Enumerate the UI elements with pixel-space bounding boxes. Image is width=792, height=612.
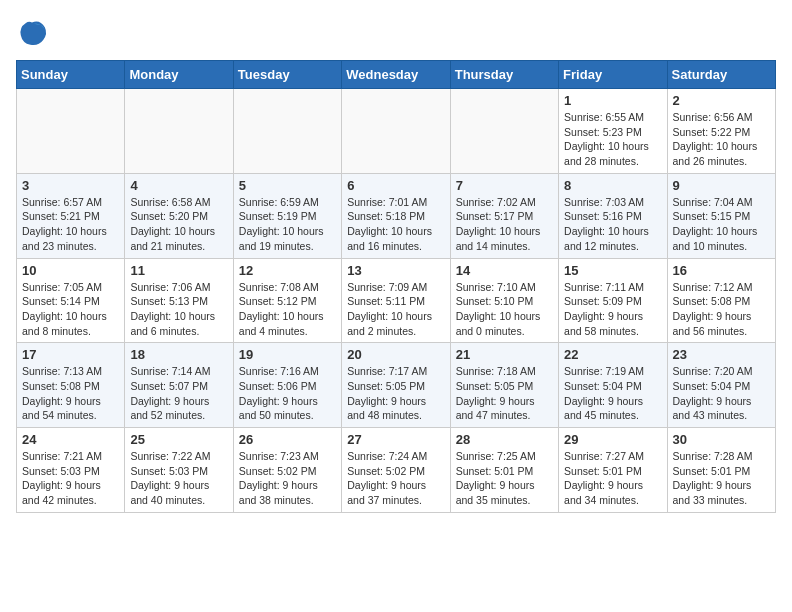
day-info: Sunrise: 7:16 AMSunset: 5:06 PMDaylight:… [239,364,336,423]
day-number: 22 [564,347,661,362]
calendar-cell: 24Sunrise: 7:21 AMSunset: 5:03 PMDayligh… [17,428,125,513]
logo-icon [16,16,48,48]
day-number: 11 [130,263,227,278]
day-info: Sunrise: 7:17 AMSunset: 5:05 PMDaylight:… [347,364,444,423]
day-info: Sunrise: 7:11 AMSunset: 5:09 PMDaylight:… [564,280,661,339]
day-number: 9 [673,178,770,193]
day-info: Sunrise: 7:02 AMSunset: 5:17 PMDaylight:… [456,195,553,254]
day-info: Sunrise: 7:24 AMSunset: 5:02 PMDaylight:… [347,449,444,508]
calendar-cell: 27Sunrise: 7:24 AMSunset: 5:02 PMDayligh… [342,428,450,513]
calendar-cell: 18Sunrise: 7:14 AMSunset: 5:07 PMDayligh… [125,343,233,428]
calendar-cell: 28Sunrise: 7:25 AMSunset: 5:01 PMDayligh… [450,428,558,513]
calendar-cell: 30Sunrise: 7:28 AMSunset: 5:01 PMDayligh… [667,428,775,513]
day-number: 3 [22,178,119,193]
header-saturday: Saturday [667,61,775,89]
calendar-cell: 29Sunrise: 7:27 AMSunset: 5:01 PMDayligh… [559,428,667,513]
day-number: 1 [564,93,661,108]
calendar-cell: 1Sunrise: 6:55 AMSunset: 5:23 PMDaylight… [559,89,667,174]
day-info: Sunrise: 7:10 AMSunset: 5:10 PMDaylight:… [456,280,553,339]
calendar-cell: 16Sunrise: 7:12 AMSunset: 5:08 PMDayligh… [667,258,775,343]
calendar-week-row: 3Sunrise: 6:57 AMSunset: 5:21 PMDaylight… [17,173,776,258]
calendar-cell: 6Sunrise: 7:01 AMSunset: 5:18 PMDaylight… [342,173,450,258]
calendar-cell: 10Sunrise: 7:05 AMSunset: 5:14 PMDayligh… [17,258,125,343]
calendar-cell: 23Sunrise: 7:20 AMSunset: 5:04 PMDayligh… [667,343,775,428]
day-number: 4 [130,178,227,193]
calendar-cell: 8Sunrise: 7:03 AMSunset: 5:16 PMDaylight… [559,173,667,258]
header-tuesday: Tuesday [233,61,341,89]
header-wednesday: Wednesday [342,61,450,89]
calendar-cell [125,89,233,174]
day-number: 8 [564,178,661,193]
day-info: Sunrise: 7:01 AMSunset: 5:18 PMDaylight:… [347,195,444,254]
calendar-cell: 20Sunrise: 7:17 AMSunset: 5:05 PMDayligh… [342,343,450,428]
day-number: 21 [456,347,553,362]
calendar-cell [450,89,558,174]
header-friday: Friday [559,61,667,89]
calendar-cell: 9Sunrise: 7:04 AMSunset: 5:15 PMDaylight… [667,173,775,258]
calendar-header-row: SundayMondayTuesdayWednesdayThursdayFrid… [17,61,776,89]
calendar: SundayMondayTuesdayWednesdayThursdayFrid… [16,60,776,513]
calendar-cell [17,89,125,174]
day-number: 27 [347,432,444,447]
calendar-cell: 11Sunrise: 7:06 AMSunset: 5:13 PMDayligh… [125,258,233,343]
calendar-cell [342,89,450,174]
day-number: 20 [347,347,444,362]
calendar-cell: 15Sunrise: 7:11 AMSunset: 5:09 PMDayligh… [559,258,667,343]
calendar-cell [233,89,341,174]
logo [16,16,52,48]
calendar-cell: 3Sunrise: 6:57 AMSunset: 5:21 PMDaylight… [17,173,125,258]
calendar-cell: 22Sunrise: 7:19 AMSunset: 5:04 PMDayligh… [559,343,667,428]
day-info: Sunrise: 7:05 AMSunset: 5:14 PMDaylight:… [22,280,119,339]
page-header [16,16,776,48]
calendar-cell: 13Sunrise: 7:09 AMSunset: 5:11 PMDayligh… [342,258,450,343]
day-number: 25 [130,432,227,447]
day-info: Sunrise: 7:25 AMSunset: 5:01 PMDaylight:… [456,449,553,508]
day-info: Sunrise: 7:21 AMSunset: 5:03 PMDaylight:… [22,449,119,508]
day-info: Sunrise: 7:08 AMSunset: 5:12 PMDaylight:… [239,280,336,339]
calendar-cell: 26Sunrise: 7:23 AMSunset: 5:02 PMDayligh… [233,428,341,513]
day-number: 18 [130,347,227,362]
day-number: 10 [22,263,119,278]
day-info: Sunrise: 6:56 AMSunset: 5:22 PMDaylight:… [673,110,770,169]
calendar-week-row: 24Sunrise: 7:21 AMSunset: 5:03 PMDayligh… [17,428,776,513]
day-info: Sunrise: 7:12 AMSunset: 5:08 PMDaylight:… [673,280,770,339]
calendar-cell: 21Sunrise: 7:18 AMSunset: 5:05 PMDayligh… [450,343,558,428]
day-number: 24 [22,432,119,447]
day-number: 19 [239,347,336,362]
calendar-cell: 14Sunrise: 7:10 AMSunset: 5:10 PMDayligh… [450,258,558,343]
day-info: Sunrise: 7:22 AMSunset: 5:03 PMDaylight:… [130,449,227,508]
day-number: 17 [22,347,119,362]
day-info: Sunrise: 6:59 AMSunset: 5:19 PMDaylight:… [239,195,336,254]
day-info: Sunrise: 7:18 AMSunset: 5:05 PMDaylight:… [456,364,553,423]
header-sunday: Sunday [17,61,125,89]
day-info: Sunrise: 7:23 AMSunset: 5:02 PMDaylight:… [239,449,336,508]
calendar-cell: 25Sunrise: 7:22 AMSunset: 5:03 PMDayligh… [125,428,233,513]
day-info: Sunrise: 7:14 AMSunset: 5:07 PMDaylight:… [130,364,227,423]
calendar-cell: 19Sunrise: 7:16 AMSunset: 5:06 PMDayligh… [233,343,341,428]
day-info: Sunrise: 7:20 AMSunset: 5:04 PMDaylight:… [673,364,770,423]
day-info: Sunrise: 7:28 AMSunset: 5:01 PMDaylight:… [673,449,770,508]
calendar-week-row: 1Sunrise: 6:55 AMSunset: 5:23 PMDaylight… [17,89,776,174]
day-number: 15 [564,263,661,278]
day-info: Sunrise: 7:27 AMSunset: 5:01 PMDaylight:… [564,449,661,508]
calendar-cell: 4Sunrise: 6:58 AMSunset: 5:20 PMDaylight… [125,173,233,258]
header-monday: Monday [125,61,233,89]
day-number: 2 [673,93,770,108]
day-info: Sunrise: 6:57 AMSunset: 5:21 PMDaylight:… [22,195,119,254]
day-number: 14 [456,263,553,278]
calendar-week-row: 10Sunrise: 7:05 AMSunset: 5:14 PMDayligh… [17,258,776,343]
day-info: Sunrise: 7:03 AMSunset: 5:16 PMDaylight:… [564,195,661,254]
day-number: 6 [347,178,444,193]
calendar-cell: 17Sunrise: 7:13 AMSunset: 5:08 PMDayligh… [17,343,125,428]
day-info: Sunrise: 7:06 AMSunset: 5:13 PMDaylight:… [130,280,227,339]
day-info: Sunrise: 7:04 AMSunset: 5:15 PMDaylight:… [673,195,770,254]
day-number: 7 [456,178,553,193]
day-info: Sunrise: 7:09 AMSunset: 5:11 PMDaylight:… [347,280,444,339]
day-number: 29 [564,432,661,447]
calendar-cell: 7Sunrise: 7:02 AMSunset: 5:17 PMDaylight… [450,173,558,258]
day-number: 5 [239,178,336,193]
calendar-cell: 2Sunrise: 6:56 AMSunset: 5:22 PMDaylight… [667,89,775,174]
calendar-week-row: 17Sunrise: 7:13 AMSunset: 5:08 PMDayligh… [17,343,776,428]
day-number: 26 [239,432,336,447]
day-number: 13 [347,263,444,278]
